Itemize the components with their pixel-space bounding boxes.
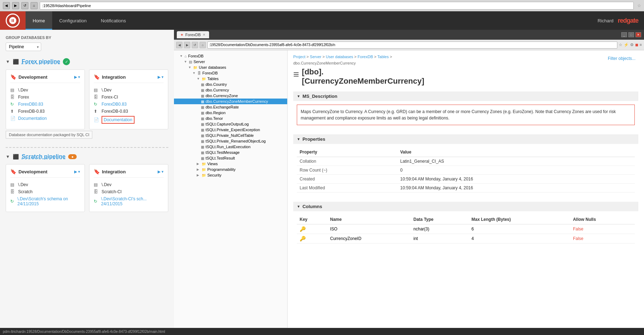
scratch-pipeline-header[interactable]: ▼ ⬛ Scratch pipeline — [6, 153, 168, 160]
forex-pipeline-header[interactable]: ▼ ⬛ Forex pipeline ✓ — [6, 58, 168, 65]
scratch-schema-link-1[interactable]: \.Dev\Scratch's schema on 24/11/2015 — [17, 196, 80, 206]
bookmark-star-icon[interactable]: ☆ — [637, 3, 641, 8]
breadcrumb-tables[interactable]: Tables — [377, 55, 389, 59]
properties-body: Property Value Collation Latin1_General_… — [293, 144, 638, 196]
tree-item-server[interactable]: ▼ ▤ Server — [174, 59, 287, 65]
scratch-int-item-2: 🗄 Scratch-CI — [94, 188, 164, 195]
server-icon-3: ▤ — [10, 182, 15, 187]
breadcrumb-user-dbs[interactable]: User databases — [326, 55, 353, 59]
tree-item-tenor[interactable]: ▦ dbo.Tenor — [174, 116, 287, 121]
win-close-button[interactable]: ✕ — [635, 32, 641, 37]
tree-item-programmability[interactable]: ▶ 📁 Programmability — [174, 167, 287, 172]
expand-icon: ▼ — [180, 54, 183, 58]
nav-home[interactable]: Home — [26, 11, 52, 30]
tree-item-exchangerate[interactable]: ▦ dbo.ExchangeRate — [174, 104, 287, 110]
tree-item-expectexception[interactable]: ▦ tSQLt.Private_ExpectException — [174, 127, 287, 133]
filter-objects-link[interactable]: Filter objects... — [605, 55, 638, 62]
database-icon-4: 🗄 — [94, 189, 99, 194]
tree-item-tables[interactable]: ▼ 📁 Tables — [174, 76, 287, 82]
columns-header[interactable]: ▼ Columns — [293, 202, 638, 211]
browser-url-bar[interactable]: :19528/#dashboard/Pipeline — [40, 2, 634, 10]
overlay-menu-icon[interactable]: ≡ — [640, 43, 642, 47]
url-text: :19528/#dashboard/Pipeline — [42, 4, 91, 8]
overlay-home-button[interactable]: ⌂ — [200, 42, 206, 48]
server-tree-icon: ▤ — [189, 60, 192, 64]
security-folder-icon: 📁 — [202, 173, 206, 177]
expand-icon-sec: ▶ — [197, 173, 200, 177]
tree-item-region[interactable]: ▦ dbo.Region — [174, 110, 287, 116]
tree-item-runlastexecution[interactable]: ▦ tSQLt.Run_LastExecution — [174, 144, 287, 150]
overlay-tab-active[interactable]: ✦ ForexDB ✕ — [177, 31, 209, 38]
tree-item-testmessage[interactable]: ▦ tSQLt.TestMessage — [174, 150, 287, 155]
forex-dev-item-4: ⬆ ForexDB-0.83 — [10, 108, 80, 115]
tab-close-button[interactable]: ✕ — [203, 33, 206, 37]
breadcrumb-server[interactable]: Server — [310, 55, 321, 59]
reload-button[interactable]: ↺ — [21, 2, 28, 9]
doc-right-panel: Project > Server > User databases > Fore… — [288, 50, 644, 328]
overlay-lightning-icon[interactable]: ⚡ — [624, 43, 629, 47]
overlay-url-bar[interactable]: :19528/Documentation/DbDocuments-23955af… — [207, 41, 617, 49]
breadcrumb-project[interactable]: Project — [293, 55, 305, 59]
forex-db-link-2[interactable]: ForexDB0.83 — [102, 102, 127, 107]
home-button[interactable]: ⌂ — [31, 2, 38, 9]
tree-item-country[interactable]: ▦ dbo.Country — [174, 82, 287, 87]
forex-env-cards: 🔖 Development ▶ ▾ ▤ \.Dev 🗄 Forex ↻ — [6, 69, 168, 129]
nav-configuration[interactable]: Configuration — [52, 11, 94, 30]
tree-item-currencyzone[interactable]: ▦ dbo.CurrencyZone — [174, 93, 287, 99]
forex-doc-link-1[interactable]: Documentation — [18, 116, 47, 121]
table-icon-4: ▦ — [201, 100, 204, 104]
forward-button[interactable]: ▶ — [12, 2, 19, 9]
overlay-alert-icon[interactable]: ◼ — [635, 43, 638, 47]
dev-arrow-icon: ▶ ▾ — [74, 75, 80, 79]
tree-item-currency[interactable]: ▦ dbo.Currency — [174, 87, 287, 93]
forex-int-item-3: ↻ ForexDB0.83 — [94, 101, 164, 108]
tree-item-user-dbs[interactable]: ▼ 📁 User databases — [174, 65, 287, 70]
scratch-schema-link-2[interactable]: \.Dev\Scratch-CI's sch... 24/11/2015 — [101, 196, 164, 206]
properties-header[interactable]: ▼ Properties — [293, 134, 638, 144]
overlay-titlebar: ✦ ForexDB ✕ _ □ ✕ — [174, 30, 644, 40]
scratch-dev-item-1: ▤ \.Dev — [10, 181, 80, 188]
scratch-pipeline-name[interactable]: Scratch pipeline — [22, 153, 66, 160]
overlay-forward-button[interactable]: ▶ — [184, 42, 190, 48]
forex-dev-name: Development — [18, 74, 48, 80]
ms-description-header[interactable]: ▼ MS_Description — [293, 91, 638, 101]
tree-item-currencyzone-member[interactable]: ▦ dbo.CurrencyZoneMemberCurrency — [174, 99, 287, 104]
left-panel: GROUP DATABASES BY Pipeline ▼ ⬛ Forex pi… — [0, 30, 174, 328]
tree-item-renamedobjectlog[interactable]: ▦ tSQLt.Private_RenamedObjectLog — [174, 138, 287, 144]
tree-item-forexdb-2[interactable]: ▼ 🗄 ForexDB — [174, 70, 287, 76]
overlay-back-button[interactable]: ◀ — [176, 42, 182, 48]
scratch-env-cards: 🔖 Development ▶ ▾ ▤ \.Dev 🗄 Scratch ↻ — [6, 164, 168, 212]
forex-db-link-1[interactable]: ForexDB0.83 — [18, 102, 43, 107]
group-by-dropdown[interactable]: Pipeline — [6, 43, 41, 51]
table-icon-12: ▦ — [201, 145, 204, 149]
tree-item-views[interactable]: ▶ 📁 Views — [174, 161, 287, 167]
win-restore-button[interactable]: □ — [628, 32, 634, 37]
database-icon-3: 🗄 — [10, 189, 15, 194]
overlay-star-icon[interactable]: ☆ — [619, 43, 622, 47]
tree-item-nullcelltable[interactable]: ▦ tSQLt.Private_NullCellTable — [174, 133, 287, 138]
forex-doc-link-2[interactable]: Documentation — [102, 116, 135, 124]
refresh-icon-2: ↻ — [94, 102, 99, 107]
tree-item-testresult[interactable]: ▦ tSQLt.TestResult — [174, 155, 287, 161]
redgate-logo: redgate — [618, 17, 638, 24]
breadcrumb-forexdb[interactable]: ForexDB — [358, 55, 373, 59]
bookmark-icon-4: 🔖 — [94, 169, 100, 174]
scratch-status-badge — [68, 154, 77, 159]
scratch-int-item-3: ↻ \.Dev\Scratch-CI's sch... 24/11/2015 — [94, 195, 164, 207]
back-button[interactable]: ◀ — [3, 2, 10, 9]
forex-dev-item-3: ↻ ForexDB0.83 — [10, 101, 80, 108]
table-icon-10: ▦ — [201, 134, 204, 138]
forex-pipeline-name[interactable]: Forex pipeline — [22, 58, 60, 65]
views-folder-icon: 📁 — [202, 162, 206, 166]
columns-label: Columns — [302, 204, 322, 209]
tree-item-captureoutput[interactable]: ▦ tSQLt.CaptureOutputLog — [174, 121, 287, 127]
win-minimize-button[interactable]: _ — [621, 32, 627, 37]
doc-title-section: ≡ [dbo].[CurrencyZoneMemberCurrency] — [293, 67, 638, 86]
nav-notifications[interactable]: Notifications — [94, 11, 133, 30]
nav-items: Home Configuration Notifications — [26, 11, 133, 30]
forex-dev-card: 🔖 Development ▶ ▾ ▤ \.Dev 🗄 Forex ↻ — [6, 69, 85, 129]
tree-item-security[interactable]: ▶ 📁 Security — [174, 172, 287, 178]
tree-item-forexdb[interactable]: ▼ ⌂ ForexDB — [174, 53, 287, 59]
overlay-settings-icon[interactable]: ⚙ — [630, 43, 634, 47]
overlay-reload-button[interactable]: ↺ — [192, 42, 198, 48]
